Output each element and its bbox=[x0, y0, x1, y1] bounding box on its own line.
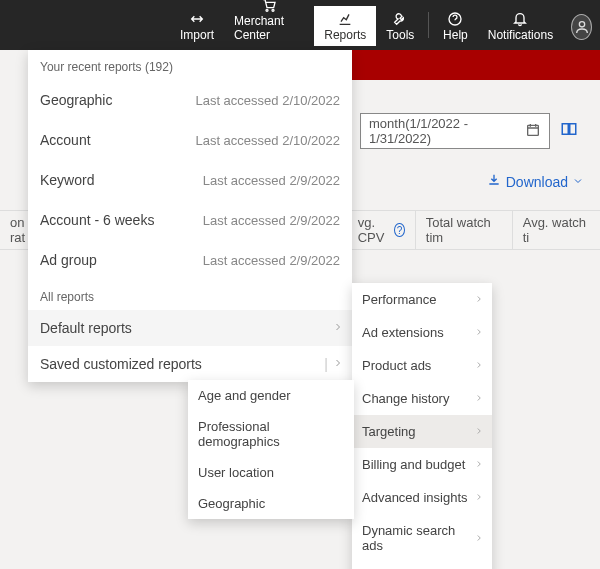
nav-merchant-label: Merchant Center bbox=[234, 14, 304, 42]
chevron-right-icon bbox=[474, 424, 484, 439]
download-label: Download bbox=[506, 174, 568, 190]
recent-report-item[interactable]: Geographic Last accessed 2/10/2022 bbox=[28, 80, 352, 120]
category-item-product-ads[interactable]: Product ads bbox=[352, 349, 492, 382]
category-item-targeting[interactable]: Targeting bbox=[352, 415, 492, 448]
recent-report-item[interactable]: Keyword Last accessed 2/9/2022 bbox=[28, 160, 352, 200]
download-icon bbox=[486, 172, 502, 191]
all-reports-header: All reports bbox=[28, 280, 352, 310]
chevron-right-icon bbox=[474, 325, 484, 340]
reports-dropdown: Your recent reports (192) Geographic Las… bbox=[28, 50, 352, 382]
svg-rect-5 bbox=[562, 124, 568, 135]
recent-report-item[interactable]: Account - 6 weeks Last accessed 2/9/2022 bbox=[28, 200, 352, 240]
person-icon bbox=[574, 19, 590, 35]
download-button[interactable]: Download bbox=[486, 172, 584, 191]
category-item-advanced-insights[interactable]: Advanced insights bbox=[352, 481, 492, 514]
nav-notifications-label: Notifications bbox=[488, 28, 553, 42]
svg-point-0 bbox=[266, 9, 268, 11]
chevron-right-icon bbox=[474, 531, 484, 546]
top-nav: Import Merchant Center Reports Tools Hel… bbox=[0, 0, 600, 50]
category-item-ad-extensions[interactable]: Ad extensions bbox=[352, 316, 492, 349]
col-avg-cpv[interactable]: vg. CPV? bbox=[348, 211, 416, 249]
nav-help-label: Help bbox=[443, 28, 468, 42]
cart-icon bbox=[261, 0, 277, 14]
nav-import[interactable]: Import bbox=[170, 6, 224, 46]
targeting-item-user-location[interactable]: User location bbox=[188, 457, 354, 488]
nav-tools[interactable]: Tools bbox=[376, 6, 424, 46]
recent-reports-header: Your recent reports (192) bbox=[28, 50, 352, 80]
category-item-dynamic-search-ads[interactable]: Dynamic search ads bbox=[352, 514, 492, 562]
avatar[interactable] bbox=[571, 14, 592, 40]
nav-tools-label: Tools bbox=[386, 28, 414, 42]
nav-notifications[interactable]: Notifications bbox=[478, 6, 563, 46]
category-item-performance[interactable]: Performance bbox=[352, 283, 492, 316]
date-range-picker[interactable]: month(1/1/2022 - 1/31/2022) bbox=[360, 113, 550, 149]
svg-point-1 bbox=[272, 9, 274, 11]
help-icon bbox=[447, 10, 463, 28]
chevron-down-icon bbox=[572, 174, 584, 190]
svg-rect-4 bbox=[528, 125, 539, 135]
targeting-items-flyout: Age and gender Professional demographics… bbox=[188, 380, 354, 519]
bell-icon bbox=[512, 10, 528, 28]
compare-icon[interactable] bbox=[560, 120, 578, 143]
divider-icon: | bbox=[324, 356, 328, 372]
nav-help[interactable]: Help bbox=[433, 6, 478, 46]
targeting-item-age-gender[interactable]: Age and gender bbox=[188, 380, 354, 411]
nav-separator bbox=[428, 12, 429, 38]
targeting-item-geographic[interactable]: Geographic bbox=[188, 488, 354, 519]
recent-report-item[interactable]: Account Last accessed 2/10/2022 bbox=[28, 120, 352, 160]
nav-import-label: Import bbox=[180, 28, 214, 42]
date-range-text: month(1/1/2022 - 1/31/2022) bbox=[369, 116, 525, 146]
report-categories-flyout: Performance Ad extensions Product ads Ch… bbox=[352, 283, 492, 569]
col-avg-watch-time[interactable]: Avg. watch ti bbox=[513, 211, 600, 249]
import-icon bbox=[189, 10, 205, 28]
nav-merchant-center[interactable]: Merchant Center bbox=[224, 0, 314, 46]
targeting-item-professional-demographics[interactable]: Professional demographics bbox=[188, 411, 354, 457]
category-item-billing[interactable]: Billing and budget bbox=[352, 448, 492, 481]
nav-reports[interactable]: Reports bbox=[314, 6, 376, 46]
chevron-right-icon bbox=[474, 358, 484, 373]
svg-rect-6 bbox=[570, 124, 576, 135]
wrench-icon bbox=[392, 10, 408, 28]
chevron-right-icon bbox=[332, 356, 344, 372]
chevron-right-icon bbox=[332, 320, 344, 336]
chevron-right-icon bbox=[474, 391, 484, 406]
calendar-icon bbox=[525, 122, 541, 141]
chart-icon bbox=[337, 10, 353, 28]
chevron-right-icon bbox=[474, 490, 484, 505]
chevron-right-icon bbox=[474, 292, 484, 307]
default-reports-row[interactable]: Default reports bbox=[28, 310, 352, 346]
recent-report-item[interactable]: Ad group Last accessed 2/9/2022 bbox=[28, 240, 352, 280]
svg-point-3 bbox=[579, 22, 584, 27]
col-total-watch-time[interactable]: Total watch tim bbox=[416, 211, 513, 249]
nav-reports-label: Reports bbox=[324, 28, 366, 42]
category-item-change-history[interactable]: Change history bbox=[352, 382, 492, 415]
chevron-right-icon bbox=[474, 457, 484, 472]
info-icon[interactable]: ? bbox=[394, 223, 404, 237]
category-item-labels[interactable]: Labels bbox=[352, 562, 492, 569]
saved-reports-row[interactable]: Saved customized reports | bbox=[28, 346, 352, 382]
